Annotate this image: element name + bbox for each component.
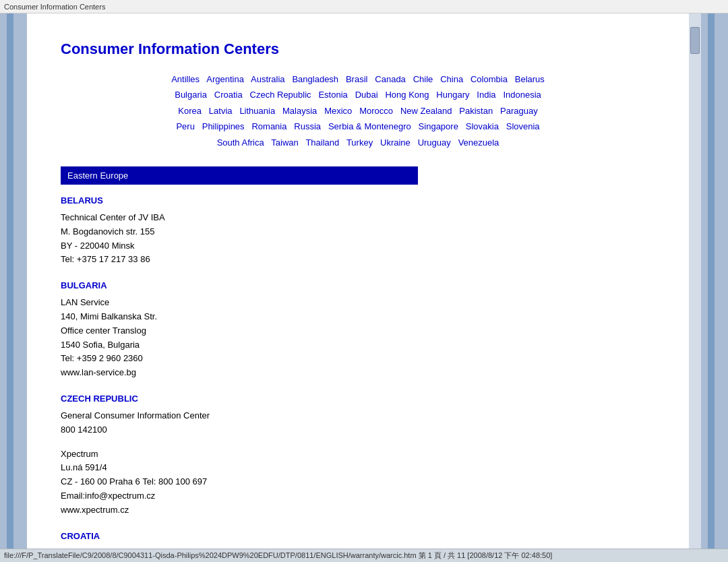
sidebar-right-inner [708,13,715,562]
link-singapore[interactable]: Singapore [419,121,458,131]
link-paraguay[interactable]: Paraguay [500,106,538,116]
country-block-bulgaria: BULGARIA LAN Service 140, Mimi Balkanska… [61,280,655,380]
country-title-bulgaria: BULGARIA [61,280,655,290]
country-info-bulgaria: LAN Service 140, Mimi Balkanska Str. Off… [61,296,655,380]
country-info-belarus: Technical Center of JV IBA M. Bogdanovic… [61,211,655,267]
link-turkey[interactable]: Turkey [346,137,373,148]
link-bulgaria[interactable]: Bulgaria [175,90,207,100]
country-info-czech-1: General Consumer Information Center 800 … [61,409,655,437]
link-china[interactable]: China [440,74,463,84]
link-argentina[interactable]: Argentina [206,74,244,84]
main-content: Consumer Information Centers Antilles Ar… [27,13,689,562]
status-bar-text: file:///F/P_TranslateFile/C9/2008/8/C900… [4,551,552,561]
link-brasil[interactable]: Brasil [346,74,368,84]
link-india[interactable]: India [477,90,495,100]
status-bar: file:///F/P_TranslateFile/C9/2008/8/C900… [0,549,728,562]
link-slovakia[interactable]: Slovakia [466,121,499,131]
page-title: Consumer Information Centers [61,40,655,58]
sidebar-left [0,13,27,562]
link-estonia[interactable]: Estonia [318,90,347,100]
country-title-croatia: CROATIA [61,531,655,541]
link-czech-republic[interactable]: Czech Republic [250,90,311,100]
country-block-belarus: BELARUS Technical Center of JV IBA M. Bo… [61,195,655,267]
link-antilles[interactable]: Antilles [171,74,200,84]
link-russia[interactable]: Russia [294,121,321,131]
section-header: Eastern Europe [61,166,418,185]
country-info-czech-2: Xpectrum Lu.ná 591/4 CZ - 160 00 Praha 6… [61,447,655,518]
link-malaysia[interactable]: Malaysia [282,106,317,116]
link-chile[interactable]: Chile [413,74,433,84]
link-croatia[interactable]: Croatia [214,90,243,100]
link-morocco[interactable]: Morocco [359,106,393,116]
country-title-belarus: BELARUS [61,195,655,206]
link-uruguay[interactable]: Uruguay [418,137,451,148]
link-hungary[interactable]: Hungary [436,90,469,100]
sidebar-right [701,13,728,562]
link-taiwan[interactable]: Taiwan [271,137,298,148]
link-canada[interactable]: Canada [375,74,406,84]
country-title-czech-republic: CZECH REPUBLIC [61,394,655,404]
link-hong-kong[interactable]: Hong Kong [385,90,429,100]
link-korea[interactable]: Korea [178,106,202,116]
link-belarus[interactable]: Belarus [515,74,545,84]
link-mexico[interactable]: Mexico [324,106,352,116]
link-romania[interactable]: Romania [251,121,286,131]
link-philippines[interactable]: Philippines [202,121,245,131]
link-australia[interactable]: Australia [251,74,285,84]
title-bar-text: Consumer Information Centers [4,3,105,11]
links-section: Antilles Argentina Australia Bangladesh … [61,71,655,150]
link-new-zealand[interactable]: New Zealand [400,106,452,116]
main-layout: Consumer Information Centers Antilles Ar… [0,13,728,562]
link-serbia-montenegro[interactable]: Serbia & Montenegro [328,121,411,131]
sidebar-left-inner [7,13,13,562]
link-peru[interactable]: Peru [176,121,194,131]
scrollbar-thumb[interactable] [690,27,700,54]
link-lithuania[interactable]: Lithuania [239,106,275,116]
link-bangladesh[interactable]: Bangladesh [292,74,338,84]
link-ukraine[interactable]: Ukraine [380,137,411,148]
scrollbar-area [689,13,701,562]
link-latvia[interactable]: Latvia [209,106,233,116]
link-south-africa[interactable]: South Africa [217,137,264,148]
link-slovenia[interactable]: Slovenia [506,121,540,131]
link-thailand[interactable]: Thailand [305,137,339,148]
link-pakistan[interactable]: Pakistan [459,106,493,116]
link-indonesia[interactable]: Indonesia [503,90,541,100]
country-block-czech-republic: CZECH REPUBLIC General Consumer Informat… [61,394,655,518]
link-venezuela[interactable]: Venezuela [458,137,499,148]
title-bar: Consumer Information Centers [0,0,728,13]
link-colombia[interactable]: Colombia [471,74,508,84]
link-dubai[interactable]: Dubai [355,90,378,100]
